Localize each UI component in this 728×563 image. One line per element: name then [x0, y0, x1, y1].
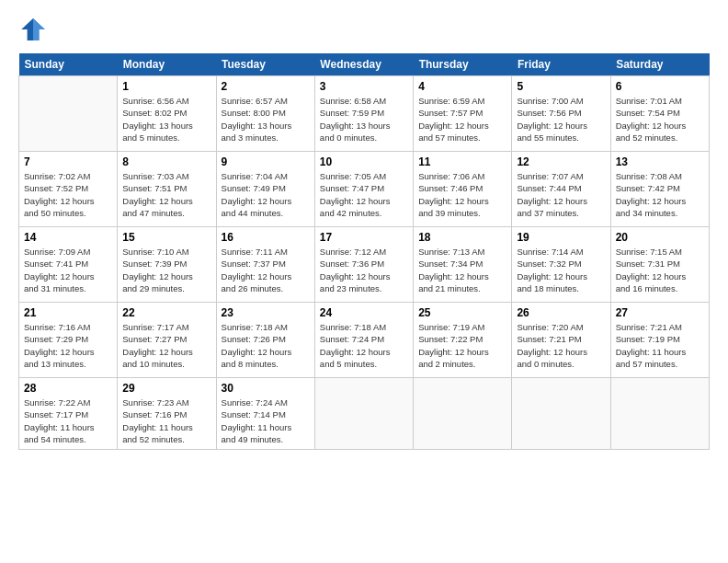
day-number: 19 [517, 231, 605, 244]
day-number: 14 [24, 231, 112, 244]
weekday-header-sunday: Sunday [19, 53, 118, 76]
weekday-header-wednesday: Wednesday [314, 53, 413, 76]
calendar-cell: 17Sunrise: 7:12 AMSunset: 7:36 PMDayligh… [314, 227, 413, 303]
day-number: 3 [320, 80, 408, 93]
day-info: Sunrise: 7:22 AMSunset: 7:17 PMDaylight:… [24, 396, 112, 445]
day-number: 23 [222, 306, 310, 319]
day-number: 21 [24, 306, 112, 319]
day-number: 18 [418, 231, 506, 244]
calendar-cell: 14Sunrise: 7:09 AMSunset: 7:41 PMDayligh… [19, 227, 118, 303]
day-info: Sunrise: 7:00 AMSunset: 7:56 PMDaylight:… [517, 95, 605, 144]
day-info: Sunrise: 6:56 AMSunset: 8:02 PMDaylight:… [122, 95, 210, 144]
day-number: 8 [122, 155, 210, 168]
calendar-cell: 5Sunrise: 7:00 AMSunset: 7:56 PMDaylight… [512, 76, 610, 152]
day-number: 9 [222, 155, 310, 168]
day-info: Sunrise: 6:57 AMSunset: 8:00 PMDaylight:… [222, 95, 310, 144]
calendar-cell: 13Sunrise: 7:08 AMSunset: 7:42 PMDayligh… [610, 152, 709, 227]
day-number: 7 [24, 155, 112, 168]
weekday-header-saturday: Saturday [610, 53, 709, 76]
day-number: 2 [222, 80, 310, 93]
day-number: 6 [616, 80, 704, 93]
day-number: 25 [418, 306, 506, 319]
day-number: 20 [616, 231, 704, 244]
day-info: Sunrise: 6:59 AMSunset: 7:57 PMDaylight:… [418, 95, 506, 144]
day-info: Sunrise: 7:02 AMSunset: 7:52 PMDaylight:… [24, 170, 112, 219]
calendar-cell: 25Sunrise: 7:19 AMSunset: 7:22 PMDayligh… [414, 303, 512, 378]
calendar-cell: 7Sunrise: 7:02 AMSunset: 7:52 PMDaylight… [19, 152, 118, 227]
calendar-cell: 28Sunrise: 7:22 AMSunset: 7:17 PMDayligh… [19, 378, 118, 450]
calendar-cell: 3Sunrise: 6:58 AMSunset: 7:59 PMDaylight… [314, 76, 413, 152]
calendar-cell [19, 76, 118, 152]
day-info: Sunrise: 7:10 AMSunset: 7:39 PMDaylight:… [122, 246, 210, 294]
day-info: Sunrise: 7:05 AMSunset: 7:47 PMDaylight:… [320, 170, 408, 219]
calendar-cell: 2Sunrise: 6:57 AMSunset: 8:00 PMDaylight… [216, 76, 314, 152]
calendar-cell: 11Sunrise: 7:06 AMSunset: 7:46 PMDayligh… [414, 152, 512, 227]
day-info: Sunrise: 7:20 AMSunset: 7:21 PMDaylight:… [517, 321, 605, 370]
calendar-cell: 30Sunrise: 7:24 AMSunset: 7:14 PMDayligh… [216, 378, 314, 450]
weekday-header-thursday: Thursday [414, 53, 512, 76]
calendar-cell: 4Sunrise: 6:59 AMSunset: 7:57 PMDaylight… [414, 76, 512, 152]
day-number: 13 [616, 155, 704, 168]
weekday-header-friday: Friday [512, 53, 610, 76]
week-row-4: 21Sunrise: 7:16 AMSunset: 7:29 PMDayligh… [19, 303, 710, 378]
day-info: Sunrise: 7:04 AMSunset: 7:49 PMDaylight:… [222, 170, 310, 219]
calendar-cell: 26Sunrise: 7:20 AMSunset: 7:21 PMDayligh… [512, 303, 610, 378]
day-info: Sunrise: 7:07 AMSunset: 7:44 PMDaylight:… [517, 170, 605, 219]
weekday-header-tuesday: Tuesday [216, 53, 314, 76]
day-number: 16 [222, 231, 310, 244]
day-number: 1 [122, 80, 210, 93]
day-info: Sunrise: 7:16 AMSunset: 7:29 PMDaylight:… [24, 321, 112, 370]
day-info: Sunrise: 7:01 AMSunset: 7:54 PMDaylight:… [616, 95, 704, 144]
header [18, 15, 710, 44]
day-number: 26 [517, 306, 605, 319]
calendar-cell [512, 378, 610, 450]
logo-icon [18, 15, 48, 44]
calendar-cell: 22Sunrise: 7:17 AMSunset: 7:27 PMDayligh… [118, 303, 216, 378]
day-info: Sunrise: 7:09 AMSunset: 7:41 PMDaylight:… [24, 246, 112, 294]
calendar-cell: 6Sunrise: 7:01 AMSunset: 7:54 PMDaylight… [610, 76, 709, 152]
week-row-5: 28Sunrise: 7:22 AMSunset: 7:17 PMDayligh… [19, 378, 710, 450]
day-number: 24 [320, 306, 408, 319]
day-info: Sunrise: 7:15 AMSunset: 7:31 PMDaylight:… [616, 246, 704, 294]
svg-marker-1 [33, 18, 45, 40]
calendar-cell: 29Sunrise: 7:23 AMSunset: 7:16 PMDayligh… [118, 378, 216, 450]
day-info: Sunrise: 7:24 AMSunset: 7:14 PMDaylight:… [222, 396, 310, 445]
calendar-cell: 20Sunrise: 7:15 AMSunset: 7:31 PMDayligh… [610, 227, 709, 303]
day-number: 17 [320, 231, 408, 244]
calendar-cell [610, 378, 709, 450]
day-number: 15 [122, 231, 210, 244]
day-number: 10 [320, 155, 408, 168]
day-info: Sunrise: 7:18 AMSunset: 7:24 PMDaylight:… [320, 321, 408, 370]
day-number: 12 [517, 155, 605, 168]
week-row-2: 7Sunrise: 7:02 AMSunset: 7:52 PMDaylight… [19, 152, 710, 227]
day-number: 22 [122, 306, 210, 319]
calendar-table: SundayMondayTuesdayWednesdayThursdayFrid… [18, 53, 710, 450]
weekday-header-monday: Monday [118, 53, 216, 76]
logo [18, 15, 51, 44]
calendar-cell: 18Sunrise: 7:13 AMSunset: 7:34 PMDayligh… [414, 227, 512, 303]
day-number: 30 [222, 382, 310, 395]
day-info: Sunrise: 7:18 AMSunset: 7:26 PMDaylight:… [222, 321, 310, 370]
calendar-cell: 10Sunrise: 7:05 AMSunset: 7:47 PMDayligh… [314, 152, 413, 227]
calendar-cell: 21Sunrise: 7:16 AMSunset: 7:29 PMDayligh… [19, 303, 118, 378]
calendar-cell: 12Sunrise: 7:07 AMSunset: 7:44 PMDayligh… [512, 152, 610, 227]
calendar-cell [414, 378, 512, 450]
day-info: Sunrise: 7:11 AMSunset: 7:37 PMDaylight:… [222, 246, 310, 294]
calendar-cell: 16Sunrise: 7:11 AMSunset: 7:37 PMDayligh… [216, 227, 314, 303]
day-info: Sunrise: 7:14 AMSunset: 7:32 PMDaylight:… [517, 246, 605, 294]
day-info: Sunrise: 7:23 AMSunset: 7:16 PMDaylight:… [122, 396, 210, 445]
day-number: 11 [418, 155, 506, 168]
calendar-cell: 9Sunrise: 7:04 AMSunset: 7:49 PMDaylight… [216, 152, 314, 227]
page: SundayMondayTuesdayWednesdayThursdayFrid… [0, 0, 728, 563]
calendar-cell: 15Sunrise: 7:10 AMSunset: 7:39 PMDayligh… [118, 227, 216, 303]
calendar-cell: 27Sunrise: 7:21 AMSunset: 7:19 PMDayligh… [610, 303, 709, 378]
day-info: Sunrise: 7:17 AMSunset: 7:27 PMDaylight:… [122, 321, 210, 370]
day-info: Sunrise: 7:06 AMSunset: 7:46 PMDaylight:… [418, 170, 506, 219]
day-info: Sunrise: 7:08 AMSunset: 7:42 PMDaylight:… [616, 170, 704, 219]
day-info: Sunrise: 7:13 AMSunset: 7:34 PMDaylight:… [418, 246, 506, 294]
calendar-cell: 1Sunrise: 6:56 AMSunset: 8:02 PMDaylight… [118, 76, 216, 152]
weekday-header-row: SundayMondayTuesdayWednesdayThursdayFrid… [19, 53, 710, 76]
calendar-cell [314, 378, 413, 450]
day-info: Sunrise: 6:58 AMSunset: 7:59 PMDaylight:… [320, 95, 408, 144]
calendar-cell: 24Sunrise: 7:18 AMSunset: 7:24 PMDayligh… [314, 303, 413, 378]
